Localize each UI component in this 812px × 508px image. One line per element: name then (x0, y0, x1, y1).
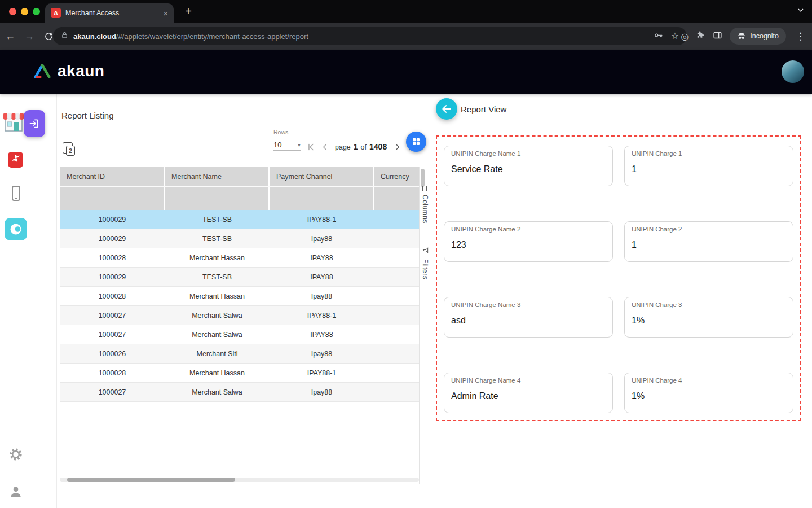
table-row[interactable]: 1000029 TEST-SB Ipay88 (60, 229, 419, 248)
form-field[interactable]: UNIPIN Charge Name 1 Service Rate (444, 146, 613, 186)
form-field[interactable]: UNIPIN Charge 4 1% (624, 373, 793, 413)
horizontal-scrollbar-thumb[interactable] (67, 478, 235, 482)
red-applet-icon[interactable] (8, 151, 23, 168)
gear-icon[interactable] (8, 447, 23, 464)
field-label: UNIPIN Charge Name 3 (451, 301, 520, 308)
column-header[interactable]: Merchant Name (165, 167, 270, 186)
field-label: UNIPIN Charge 3 (632, 301, 682, 308)
cell-merchant-name: Merchant Hassan (165, 287, 270, 305)
cell-currency (374, 210, 419, 229)
columns-icon (422, 186, 428, 191)
field-value: Service Rate (451, 164, 503, 174)
pagination: page 1 of 1408 (304, 139, 418, 155)
cell-currency (374, 364, 419, 382)
login-arrow-button[interactable] (24, 110, 45, 137)
form-fields-grid: UNIPIN Charge Name 1 Service Rate UNIPIN… (444, 146, 793, 413)
chevron-down-icon[interactable] (796, 6, 807, 17)
form-field[interactable]: UNIPIN Charge Name 2 123 (444, 221, 613, 262)
cell-merchant-id: 1000029 (60, 210, 165, 229)
report-listing-title: Report Listing (61, 111, 114, 120)
table-header-row: Merchant IDMerchant NamePayment ChannelC… (60, 167, 419, 186)
akaun-logo: akaun (33, 62, 104, 80)
filters-tab[interactable]: Filters (420, 246, 431, 279)
extension-target-icon[interactable]: ◎ (681, 31, 689, 42)
column-header[interactable]: Currency (374, 167, 419, 186)
table-row[interactable]: 1000026 Merchant Siti Ipay88 (60, 344, 419, 364)
column-header[interactable]: Payment Channel (270, 167, 374, 186)
cell-payment-channel: Ipay88 (270, 229, 374, 248)
column-header[interactable]: Merchant ID (60, 167, 165, 186)
back-button[interactable] (436, 98, 457, 120)
filter-input[interactable] (374, 187, 419, 210)
table-row[interactable]: 1000027 Merchant Salwa IPAY88-1 (60, 306, 419, 325)
report-view-form-container: UNIPIN Charge Name 1 Service Rate UNIPIN… (436, 135, 801, 421)
previous-page-button[interactable] (318, 140, 332, 154)
form-field[interactable]: UNIPIN Charge Name 3 asd (444, 297, 613, 338)
caret-down-icon: ▾ (298, 142, 301, 148)
cell-merchant-name: TEST-SB (165, 229, 270, 248)
table-row[interactable]: 1000028 Merchant Hassan Ipay88 (60, 287, 419, 306)
bookmark-star-icon[interactable]: ☆ (671, 32, 679, 41)
filter-input[interactable] (60, 187, 165, 210)
form-field[interactable]: UNIPIN Charge 1 1 (624, 146, 793, 186)
extensions-puzzle-icon[interactable] (696, 30, 705, 42)
browser-tab[interactable]: A Merchant Access × (45, 3, 174, 23)
zoom-window-button[interactable] (33, 8, 40, 15)
next-page-button[interactable] (390, 140, 404, 154)
cell-currency (374, 306, 419, 325)
field-label: UNIPIN Charge Name 4 (451, 377, 520, 384)
report-listing-panel: Report Listing 2 Rows 10 ▾ page 1 of 140… (56, 94, 430, 508)
table-row[interactable]: 1000029 TEST-SB IPAY88 (60, 268, 419, 287)
new-tab-button[interactable]: + (180, 3, 196, 19)
grid-icon (411, 137, 421, 147)
browser-menu-icon[interactable]: ⋮ (793, 30, 807, 42)
user-avatar[interactable] (782, 60, 804, 83)
cell-merchant-id: 1000028 (60, 364, 165, 382)
cell-merchant-id: 1000029 (60, 229, 165, 248)
side-panel-icon[interactable] (713, 30, 722, 42)
cell-merchant-name: TEST-SB (165, 268, 270, 286)
form-field[interactable]: UNIPIN Charge Name 4 Admin Rate (444, 373, 613, 413)
table-row[interactable]: 1000028 Merchant Hassan IPAY88-1 (60, 364, 419, 383)
incognito-label: Incognito (750, 32, 779, 40)
tab-close-icon[interactable]: × (163, 8, 168, 18)
columns-tab[interactable]: Columns (420, 186, 431, 224)
password-key-icon[interactable] (654, 30, 663, 42)
address-bar[interactable]: akaun.cloud/#/applets/wavelet/erp/entity… (53, 27, 687, 45)
teal-applet-icon[interactable] (5, 218, 27, 240)
rows-per-page-select[interactable]: 10 ▾ (273, 139, 301, 151)
tab-favicon-icon: A (51, 8, 61, 18)
field-value: asd (451, 316, 466, 326)
page-indicator: page 1 of 1408 (335, 142, 387, 151)
form-field[interactable]: UNIPIN Charge 2 1 (624, 221, 793, 262)
filter-2-icon[interactable]: 2 (63, 142, 76, 157)
filter-input[interactable] (165, 187, 270, 210)
table-row[interactable]: 1000029 TEST-SB IPAY88-1 (60, 210, 419, 229)
cell-currency (374, 383, 419, 401)
of-word: of (361, 143, 367, 151)
field-value: 1 (632, 240, 637, 250)
field-label: UNIPIN Charge Name 1 (451, 150, 520, 157)
form-field[interactable]: UNIPIN Charge 3 1% (624, 297, 793, 338)
table-row[interactable]: 1000027 Merchant Salwa IPAY88 (60, 325, 419, 344)
filter-input[interactable] (270, 187, 374, 210)
storefront-applet-icon[interactable] (2, 110, 25, 137)
table-row[interactable]: 1000028 Merchant Hassan IPAY88 (60, 248, 419, 268)
grid-view-button[interactable] (406, 132, 426, 152)
login-arrow-icon (29, 118, 40, 129)
forward-icon[interactable]: → (21, 28, 37, 44)
minimize-window-button[interactable] (21, 8, 28, 15)
phone-applet-icon[interactable] (12, 186, 20, 201)
applet-sidebar (0, 94, 35, 508)
cell-merchant-name: TEST-SB (165, 210, 270, 229)
back-icon[interactable]: ← (2, 28, 18, 44)
cell-merchant-id: 1000028 (60, 248, 165, 267)
horizontal-scrollbar[interactable] (60, 478, 419, 482)
vertical-scrollbar-thumb[interactable] (421, 169, 425, 187)
table-row[interactable]: 1000027 Merchant Salwa Ipay88 (60, 383, 419, 402)
close-window-button[interactable] (9, 8, 16, 15)
person-icon[interactable] (8, 484, 23, 501)
first-page-button[interactable] (304, 140, 317, 154)
field-label: UNIPIN Charge 4 (632, 377, 682, 384)
table-filter-row (60, 186, 419, 210)
